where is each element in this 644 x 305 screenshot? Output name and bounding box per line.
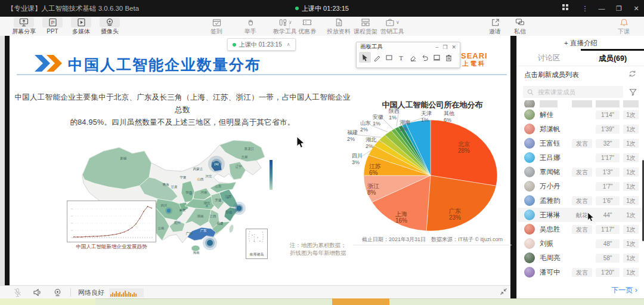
member-name: 万小丹	[540, 182, 568, 191]
invite-icon	[482, 17, 508, 27]
taskbar-active-segment	[332, 298, 389, 305]
collapse-panel-icon[interactable]	[500, 288, 507, 295]
member-row[interactable]: 王富钰 发言 32" 1次	[517, 136, 644, 150]
map-bubble-beijing: 242	[208, 156, 225, 172]
member-list[interactable]: 解佳 1'14" 1次 郑潇帆 1'39" 1次 王富钰 发言 32" 1次	[517, 100, 644, 282]
member-search-box[interactable]	[523, 86, 623, 98]
clear-tool[interactable]	[442, 52, 454, 63]
member-row-partial[interactable]	[517, 100, 644, 107]
board-tool[interactable]	[431, 52, 442, 63]
end-class-button[interactable]: 下课	[611, 17, 637, 35]
member-row[interactable]: 潘可中 发言 1'20" 1次	[517, 265, 644, 279]
layout-grid-icon[interactable]	[562, 4, 572, 13]
svg-text:P: P	[51, 20, 54, 26]
refresh-members-row[interactable]: 点击刷新成员列表	[517, 67, 644, 82]
screen-share-button[interactable]: 屏幕分享	[10, 17, 38, 35]
palette-close-button[interactable]: ✕	[451, 44, 456, 50]
toolbar: 屏幕分享 P PPT 多媒体 摄像头 签到 举手 ∨ 教学工具 优	[0, 17, 644, 36]
filter-icon[interactable]	[629, 88, 637, 96]
member-row[interactable]: 万小丹 1'7" 1次	[517, 179, 644, 193]
private-message-button[interactable]: 私信	[507, 17, 533, 35]
close-button[interactable]: ✕	[631, 4, 642, 13]
multimedia-button[interactable]: 多媒体	[67, 17, 95, 35]
pen-tool[interactable]	[371, 52, 383, 63]
materials-icon	[324, 17, 354, 27]
svg-text:陕西: 陕西	[186, 190, 193, 195]
svg-text:吉林: 吉林	[242, 155, 249, 159]
member-count-badge: 1次	[623, 196, 639, 205]
select-tool[interactable]	[359, 52, 371, 63]
next-page-link[interactable]: 下一页 ›	[611, 285, 637, 295]
svg-text:贵州: 贵州	[174, 221, 181, 224]
live-intro-link[interactable]: + 直播介绍	[517, 37, 644, 49]
member-count-badge: 1次	[623, 182, 639, 191]
live-dot-icon	[295, 7, 299, 10]
undo-tool[interactable]	[419, 52, 431, 63]
titlebar: 【专业课】人工智能技术基础 3.0.6.30 Beta 上课中 01:23:15…	[0, 0, 644, 17]
end-class-bell-icon	[611, 17, 637, 27]
tab-discussion[interactable]: 讨论区	[517, 49, 581, 66]
member-row[interactable]: 毛周亮 58" 1次	[517, 251, 644, 265]
coupon-button[interactable]: 优惠券	[292, 17, 322, 35]
avatar	[524, 195, 535, 206]
seari-logo: SEARI 上電科	[461, 53, 488, 67]
speaker-icon[interactable]	[33, 288, 42, 297]
member-row[interactable]: 王琳琳 献花 44" 1次	[517, 208, 644, 222]
chevron-right-icon: ›	[635, 285, 637, 294]
text-tool[interactable]: T	[395, 52, 407, 63]
avatar	[524, 267, 535, 278]
member-row[interactable]: 孟雅韵 发言 1'6" 1次	[517, 193, 644, 208]
network-status: 网络良好	[78, 288, 104, 297]
svg-text:福建: 福建	[217, 221, 224, 226]
sidebar: + 直播介绍 讨论区 成员(69) 点击刷新成员列表	[516, 36, 644, 298]
member-row[interactable]: 王吕娜 1'17" 1次	[517, 150, 644, 165]
minimize-button[interactable]: —	[596, 4, 607, 13]
svg-text:湖南: 湖南	[197, 214, 205, 218]
raise-hand-button[interactable]: 举手	[237, 17, 264, 35]
avatar	[524, 100, 535, 107]
member-duration-badge: 32"	[596, 139, 620, 148]
member-duration-badge: 1'20"	[596, 268, 620, 277]
member-search-input[interactable]	[537, 88, 617, 96]
restore-button[interactable]: ❐	[614, 4, 624, 13]
materials-button[interactable]: 投放资料	[324, 17, 354, 35]
more-menu-icon[interactable]: ⋮	[580, 4, 590, 13]
shape-tool[interactable]	[383, 52, 395, 63]
audio-waveform	[109, 288, 144, 297]
avatar	[524, 181, 535, 192]
member-row[interactable]: 解佳 1'14" 1次	[517, 107, 644, 122]
raise-hand-icon	[237, 17, 264, 27]
eraser-tool[interactable]	[407, 52, 419, 63]
member-row[interactable]: 刘振 48" 1次	[517, 236, 644, 251]
svg-text:四川: 四川	[161, 204, 168, 208]
palette-minimize-button[interactable]: –	[435, 44, 438, 50]
member-row[interactable]: 吴忠胜 发言 1'17" 1次	[517, 222, 644, 236]
invite-button[interactable]: 邀请	[482, 17, 508, 35]
member-duration-badge: 44"	[596, 211, 620, 220]
microphone-muted-icon[interactable]	[13, 288, 22, 297]
member-count-badge: 1次	[623, 254, 639, 263]
camera-button[interactable]: 摄像头	[95, 17, 124, 35]
member-count-badge: 1次	[623, 125, 639, 134]
class-status: 上课中 01:23:15	[0, 4, 644, 13]
collapse-pill-icon[interactable]: ∧	[287, 42, 290, 47]
palette-restore-button[interactable]: ❐	[442, 44, 447, 50]
member-name: 解佳	[540, 110, 568, 119]
class-timer-pill[interactable]: 上课中 01:23:15 ∧	[227, 38, 296, 51]
member-name: 毛周亮	[540, 254, 568, 263]
pie-chart-divider	[353, 245, 512, 245]
avatar	[524, 152, 535, 163]
member-duration-badge: 48"	[596, 239, 620, 248]
webcam-icon[interactable]	[53, 288, 62, 297]
check-in-button[interactable]: 签到	[203, 17, 230, 35]
tab-members[interactable]: 成员(69)	[581, 49, 644, 67]
member-row[interactable]: 覃闻铭 发言 1'3" 1次	[517, 165, 644, 179]
refresh-icon[interactable]	[628, 70, 636, 78]
ppt-button[interactable]: P PPT	[38, 17, 67, 35]
member-row[interactable]: 郑潇帆 1'39" 1次	[517, 122, 644, 136]
slide-body-text: 中国人工智能企业主要集中于北京、广东及长三角（上海、江苏、浙江）一带，占中国人工…	[14, 91, 351, 129]
media-bottom-bar: 网络良好	[0, 285, 510, 299]
palette-title: 画板工具	[360, 43, 383, 51]
marketing-tools-button[interactable]: ∨ 营销工具	[376, 17, 409, 35]
svg-text:242: 242	[214, 163, 219, 166]
